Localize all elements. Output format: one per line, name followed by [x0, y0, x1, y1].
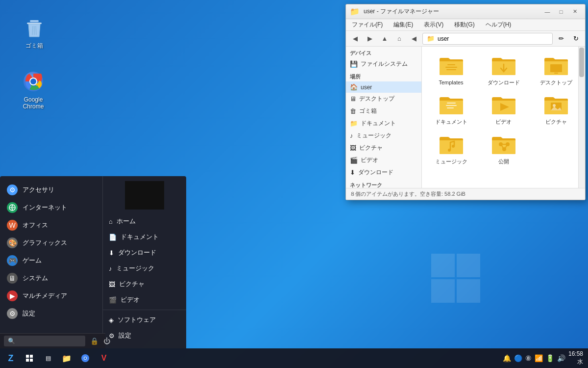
- start-item-office[interactable]: W オフィス: [0, 216, 102, 234]
- start-item-graphics[interactable]: 🎨 グラフィックス: [0, 234, 102, 252]
- start-item-games[interactable]: 🎮 ゲーム: [0, 252, 102, 269]
- up-button[interactable]: ▲: [378, 33, 391, 45]
- maximize-button[interactable]: □: [555, 7, 567, 17]
- volume-icon[interactable]: 🔊: [557, 354, 565, 362]
- sidebar-item-pictures[interactable]: 🖼 ビクチャ: [346, 142, 421, 154]
- downloads-sidebar-icon: ⬇: [350, 169, 355, 176]
- fm-menu-go[interactable]: 移動(G): [452, 20, 476, 30]
- start-right-documents[interactable]: 📄 ドキュメント: [103, 229, 186, 245]
- zorin-start-button[interactable]: Z: [2, 349, 20, 367]
- svg-rect-16: [445, 67, 457, 68]
- svg-rect-4: [30, 20, 39, 22]
- windows-button[interactable]: [21, 349, 38, 367]
- fm-refresh-button[interactable]: ↻: [569, 33, 582, 45]
- bookmark-button[interactable]: ◀: [408, 33, 420, 45]
- vivaldi-button[interactable]: V: [95, 349, 113, 367]
- file-name-public: 公開: [498, 158, 509, 165]
- start-right-music[interactable]: ♪ ミュージック: [103, 261, 186, 276]
- file-item-desktop[interactable]: デスクトップ: [531, 51, 581, 88]
- sidebar-item-filesystem[interactable]: 💾 ファイルシステム: [346, 58, 421, 70]
- svg-rect-17: [446, 69, 456, 70]
- start-search-input[interactable]: [4, 336, 85, 346]
- graphics-label: グラフィックス: [23, 238, 67, 247]
- start-item-internet[interactable]: インターネット: [0, 199, 102, 216]
- files-button[interactable]: 📁: [58, 349, 75, 367]
- fm-scrollbar[interactable]: [578, 47, 585, 188]
- videos-sidebar-icon: 🎬: [350, 157, 358, 164]
- file-name-downloads: ダウンロード: [488, 79, 520, 86]
- sidebar-item-documents[interactable]: 📁 ドキュメント: [346, 117, 421, 130]
- software-icon: ◈: [109, 316, 114, 324]
- taskbar-clock[interactable]: 16:58 水: [568, 350, 583, 366]
- file-manager-titlebar: 📁 user - ファイルマネージャー — □ ✕: [346, 4, 585, 19]
- svg-rect-1: [457, 254, 480, 277]
- desktop-sidebar-label: デスクトップ: [359, 95, 394, 103]
- office-label: オフィス: [23, 221, 48, 230]
- file-item-templates[interactable]: Templates: [426, 51, 476, 88]
- fm-status-text: ８個のアイテムがあります。空き容量: 58.2 GiB: [350, 190, 466, 198]
- desktop-icon-chrome[interactable]: Google Chrome: [14, 69, 53, 110]
- graphics-icon: 🎨: [7, 237, 18, 248]
- minimize-button[interactable]: —: [541, 7, 554, 17]
- file-item-documents[interactable]: ドキュメント: [426, 90, 476, 127]
- start-item-system[interactable]: 🖥 システム: [0, 269, 102, 287]
- folder-templates-icon: [439, 54, 464, 78]
- bluetooth-icon[interactable]: 🔵: [514, 354, 522, 362]
- start-menu-bottom: 🔒 ⏻: [0, 333, 105, 348]
- start-item-settings[interactable]: ⚙ 設定: [0, 305, 102, 322]
- file-item-downloads[interactable]: ダウンロード: [478, 51, 529, 88]
- fm-toolbar: ◀ ▶ ▲ ⌂ ◀ 📁 user ✏ ↻: [346, 31, 585, 47]
- svg-rect-35: [30, 355, 33, 358]
- sidebar-item-videos[interactable]: 🎬 ビデオ: [346, 154, 421, 166]
- home-nav-button[interactable]: ⌂: [393, 33, 406, 45]
- start-right-home[interactable]: ⌂ ホーム: [103, 213, 186, 229]
- start-right-software[interactable]: ◈ ソフトウェア: [103, 312, 186, 328]
- sidebar-item-trash[interactable]: 🗑 ゴミ箱: [346, 105, 421, 117]
- chrome-taskbar-button[interactable]: [76, 349, 94, 367]
- start-right-downloads[interactable]: ⬇ ダウンロード: [103, 245, 186, 261]
- lock-icon: 🔒: [90, 337, 98, 345]
- desktop-icon-recycle-bin[interactable]: ゴミ箱: [15, 15, 54, 49]
- svg-rect-22: [447, 107, 454, 108]
- file-item-public[interactable]: 公開: [478, 130, 529, 167]
- svg-rect-36: [26, 359, 29, 362]
- user-folder-label: user: [361, 84, 372, 91]
- sidebar-item-desktop[interactable]: 🖥 デスクトップ: [346, 93, 421, 105]
- close-button[interactable]: ✕: [568, 7, 581, 17]
- file-item-pictures[interactable]: ビクチャ: [531, 90, 581, 127]
- pictures-sidebar-label: ビクチャ: [359, 144, 383, 152]
- start-right-settings[interactable]: ⚙ 設定: [103, 328, 186, 343]
- start-item-accessories[interactable]: ⚙ アクセサリ: [0, 181, 102, 199]
- games-label: ゲーム: [23, 256, 42, 265]
- notification-icon[interactable]: 🔔: [503, 354, 511, 362]
- fm-address-text: user: [438, 35, 449, 42]
- start-right-pictures[interactable]: 🖼 ビクチャ: [103, 276, 186, 292]
- battery-icon[interactable]: 🔋: [546, 354, 554, 362]
- start-item-multimedia[interactable]: ▶ マルチメディア: [0, 287, 102, 305]
- folder-public-icon: [491, 133, 516, 157]
- fm-menu-edit[interactable]: 編集(E): [392, 20, 415, 30]
- fm-scrollbar-thumb[interactable]: [579, 48, 584, 77]
- sidebar-item-downloads[interactable]: ⬇ ダウンロード: [346, 166, 421, 179]
- fm-title-text: user - ファイルマネージャー: [364, 7, 537, 16]
- fm-menu-view[interactable]: 表示(V): [422, 20, 445, 30]
- folder-pictures-icon: [543, 94, 569, 117]
- fm-menu-help[interactable]: ヘルプ(H): [484, 20, 514, 30]
- terminal-button[interactable]: ▤: [39, 349, 57, 367]
- settings2-label: 設定: [119, 331, 131, 340]
- system-tray-icon[interactable]: ⑧: [525, 354, 532, 362]
- sidebar-item-music[interactable]: ♪ ミュージック: [346, 130, 421, 142]
- fm-address-bar[interactable]: 📁 user: [422, 33, 553, 45]
- trash-sidebar-label: ゴミ箱: [359, 107, 377, 115]
- back-button[interactable]: ◀: [349, 33, 362, 45]
- wifi-icon[interactable]: 📶: [535, 354, 543, 362]
- start-right-videos[interactable]: 🎬 ビデオ: [103, 292, 186, 308]
- fm-search-button[interactable]: ✏: [555, 33, 567, 45]
- fm-menu-file[interactable]: ファイル(F): [350, 20, 385, 30]
- sidebar-item-user[interactable]: 🏠 user: [346, 81, 421, 93]
- file-item-music[interactable]: ミュージック: [426, 130, 476, 167]
- svg-line-6: [32, 26, 33, 35]
- downloads-sidebar-label: ダウンロード: [358, 168, 393, 177]
- file-item-video[interactable]: ビデオ: [478, 90, 529, 127]
- forward-button[interactable]: ▶: [364, 33, 376, 45]
